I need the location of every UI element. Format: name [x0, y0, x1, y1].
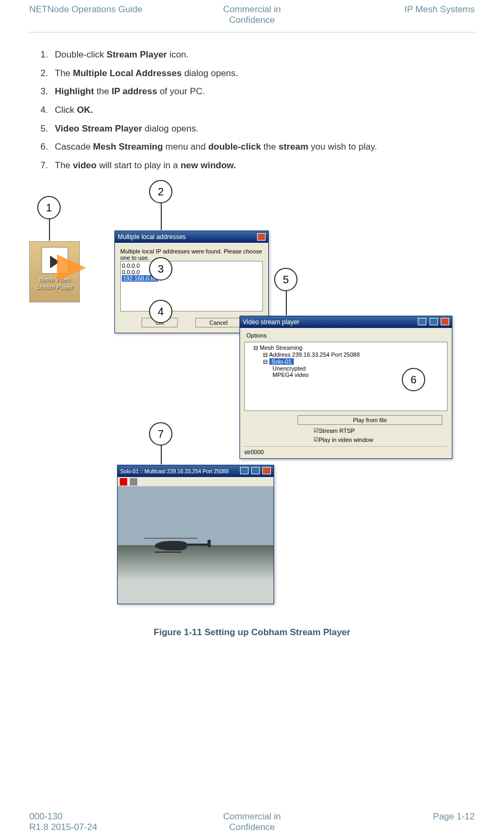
footer-right: Page 1-12	[326, 811, 475, 833]
dialog-titlebar[interactable]: Solo-01 :: Multicast 239.16.33.254 Port …	[118, 465, 274, 477]
tree-item-solo[interactable]: ⊟ Solo-01	[247, 358, 445, 365]
callout-2: 2	[149, 180, 172, 203]
tree-item-mesh[interactable]: ⊟ Mesh Streaming	[247, 344, 445, 351]
checkbox-play-in-window[interactable]: ☑ Play in video window	[313, 436, 448, 443]
list-item[interactable]: 0.0.0.0	[122, 262, 261, 269]
instruction-steps: Double-click Stream Player icon. The Mul…	[29, 48, 475, 172]
step-7: The video will start to play in a new wi…	[51, 159, 475, 172]
dialog-titlebar[interactable]: Multiple local addresses	[115, 231, 268, 243]
close-icon[interactable]	[257, 233, 266, 241]
figure-composite: 1 2 3 4 5 6 7 domo Video Stream Player M…	[29, 180, 475, 622]
list-item[interactable]: 0.0.0.0	[122, 269, 261, 275]
dialog-title: Video stream player	[243, 318, 300, 326]
step-3: Highlight the IP address of your PC.	[51, 85, 475, 98]
step-6: Cascade Mesh Streaming menu and double-c…	[51, 141, 475, 154]
page-header: NETNode Operations Guide Commercial in C…	[29, 0, 475, 32]
page-footer: 000-130 R1.8 2015-07-24 Commercial in Co…	[29, 811, 475, 833]
callout-7: 7	[149, 422, 172, 446]
helicopter-image	[139, 535, 208, 556]
video-playback-window: Solo-01 :: Multicast 239.16.33.254 Port …	[117, 465, 274, 604]
record-icon[interactable]	[120, 478, 127, 486]
header-center: Commercial in Confidence	[178, 4, 326, 26]
cancel-button[interactable]: Cancel	[195, 318, 241, 327]
figure-caption: Figure 1-11 Setting up Cobham Stream Pla…	[29, 627, 475, 638]
dialog-titlebar[interactable]: Video stream player	[240, 316, 452, 328]
checkbox-stream-rtsp[interactable]: ☑ Stream RTSP	[313, 427, 448, 434]
callout-5: 5	[274, 268, 298, 291]
status-bar: str0000	[244, 446, 448, 455]
close-icon[interactable]	[262, 467, 271, 474]
close-icon[interactable]	[441, 318, 449, 325]
ip-address-listbox[interactable]: 0.0.0.0 0.0.0.0 192.168.0.88	[120, 261, 263, 311]
step-5: Video Stream Player dialog opens.	[51, 122, 475, 136]
options-menu[interactable]: Options	[244, 331, 448, 340]
dialog-title: Multiple local addresses	[118, 233, 186, 241]
step-4: Click OK.	[51, 104, 475, 117]
dialog-message: Multiple local IP addresses were found. …	[120, 248, 263, 261]
tree-item-address[interactable]: ⊟ Address 239.16.33.254 Port 25088	[247, 351, 445, 358]
dialog-title: Solo-01 :: Multicast 239.16.33.254 Port …	[120, 469, 228, 474]
minimize-icon[interactable]	[240, 467, 249, 474]
footer-left: 000-130 R1.8 2015-07-24	[29, 811, 178, 833]
minimize-icon[interactable]	[418, 318, 426, 325]
maximize-icon[interactable]	[429, 318, 438, 325]
step-1: Double-click Stream Player icon.	[51, 48, 475, 62]
list-item-selected[interactable]: 192.168.0.88	[122, 275, 261, 282]
play-from-file-button[interactable]: Play from file	[298, 415, 442, 425]
arrow-icon	[57, 254, 86, 281]
step-2: The Multiple Local Addresses dialog open…	[51, 67, 475, 80]
header-right: IP Mesh Systems	[326, 4, 475, 26]
callout-1: 1	[37, 196, 61, 219]
footer-center: Commercial in Confidence	[178, 811, 326, 833]
header-left: NETNode Operations Guide	[29, 4, 178, 26]
maximize-icon[interactable]	[251, 467, 260, 474]
video-display	[118, 487, 274, 604]
playback-toolbar	[118, 477, 274, 487]
stop-icon[interactable]	[130, 478, 137, 486]
